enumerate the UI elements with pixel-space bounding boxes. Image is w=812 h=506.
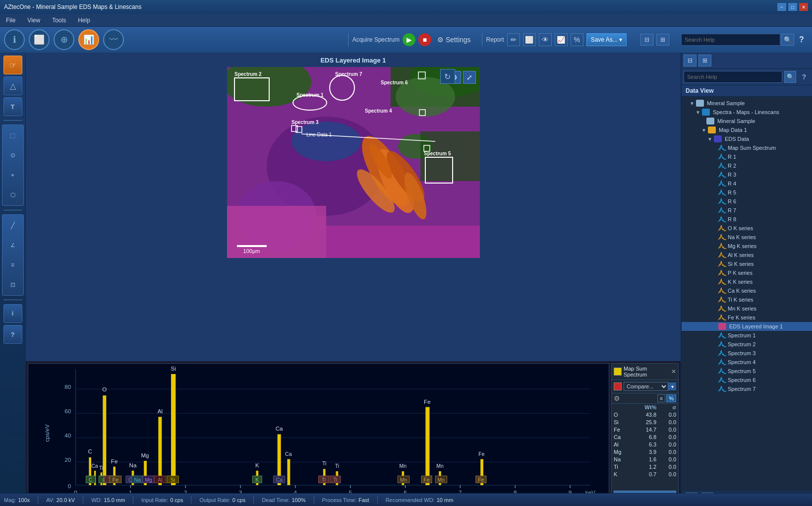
- acquire-stop-button[interactable]: ■: [418, 33, 431, 46]
- close-button[interactable]: ✕: [799, 3, 808, 11]
- tree-item[interactable]: Spectrum 1: [682, 331, 812, 340]
- tree-item[interactable]: ▼Mineral Sample: [682, 99, 812, 108]
- element-col-header: [612, 404, 632, 411]
- measure-line-button[interactable]: ╱: [3, 216, 22, 235]
- info-button[interactable]: i: [3, 304, 22, 323]
- panel-toggle-button[interactable]: ⊟: [640, 34, 653, 46]
- panel-grid-button[interactable]: ⊟: [684, 55, 696, 66]
- nav-linescans-button[interactable]: 〰: [103, 29, 124, 50]
- close-spectrum-button[interactable]: ✕: [671, 368, 676, 375]
- measure-angle-button[interactable]: ∠: [3, 236, 22, 254]
- search-button[interactable]: 🔍: [781, 34, 794, 46]
- refresh-button[interactable]: ↻: [440, 69, 455, 84]
- report-edit-button[interactable]: ✏: [507, 33, 520, 46]
- tree-item[interactable]: EDS Layered Image 1: [682, 322, 812, 331]
- poly-select-button[interactable]: ⬡: [3, 186, 22, 204]
- compare-dropdown-button[interactable]: ▾: [668, 382, 676, 390]
- freeform-select-button[interactable]: ⌖: [3, 166, 22, 185]
- svg-text:Ti: Ti: [99, 465, 103, 471]
- tree-view[interactable]: ▼Mineral Sample▼Spectra - Maps - Linesca…: [682, 97, 812, 490]
- tree-item[interactable]: Mg K series: [682, 242, 812, 251]
- menu-tools[interactable]: Tools: [50, 16, 68, 25]
- toolbar-divider-2: [3, 210, 22, 210]
- spectrum-icon: [718, 368, 726, 375]
- tree-item[interactable]: Spectrum 6: [682, 376, 812, 384]
- tree-item[interactable]: K K series: [682, 277, 812, 286]
- element-cell: Al: [612, 441, 632, 448]
- percent-view-button[interactable]: %: [666, 394, 676, 402]
- settings-button[interactable]: ⚙ Settings: [434, 35, 474, 45]
- eds-image-container[interactable]: Spectrum 2 Spectrum 7 Spectrum 6 Spectru…: [227, 67, 480, 258]
- svg-text:Ca: Ca: [91, 463, 98, 469]
- panel-toolbar: ⊟ ⊞: [682, 53, 812, 69]
- tree-item[interactable]: R 4: [682, 179, 812, 188]
- tree-item[interactable]: Ti K series: [682, 295, 812, 304]
- tree-item[interactable]: Si K series: [682, 259, 812, 268]
- panel-split-btn[interactable]: ⊞: [698, 55, 711, 66]
- rect-select-button[interactable]: ⬚: [3, 126, 22, 145]
- acquire-start-button[interactable]: ▶: [403, 33, 415, 46]
- nav-chart-button[interactable]: 📊: [78, 29, 99, 50]
- nav-info-button[interactable]: ℹ: [4, 29, 25, 50]
- tree-item[interactable]: Mineral Sample: [682, 117, 812, 126]
- compare-select[interactable]: Compare...: [624, 382, 668, 391]
- tree-item[interactable]: Spectrum 5: [682, 367, 812, 376]
- tree-item[interactable]: ▼Spectra - Maps - Linescans: [682, 108, 812, 117]
- text-tool-button[interactable]: T: [3, 97, 22, 116]
- tree-item[interactable]: R 6: [682, 197, 812, 206]
- table-row: Ca 6.8 0.0: [612, 434, 678, 441]
- linescan-button[interactable]: ≡: [3, 255, 22, 274]
- scale-label: 100μm: [243, 248, 260, 254]
- tree-item[interactable]: P K series: [682, 268, 812, 277]
- svg-text:Mg: Mg: [141, 452, 149, 458]
- nav-display-button[interactable]: ⬜: [29, 29, 50, 50]
- tree-item[interactable]: Mn K series: [682, 304, 812, 313]
- help-question-button[interactable]: ?: [795, 34, 808, 46]
- tree-item[interactable]: Na K series: [682, 233, 812, 242]
- arrow-tool-button[interactable]: △: [3, 76, 22, 95]
- tree-item[interactable]: Ca K series: [682, 286, 812, 295]
- panel-search-button[interactable]: 🔍: [784, 71, 796, 83]
- tree-item[interactable]: R 8: [682, 215, 812, 224]
- tree-item[interactable]: Map Sum Spectrum: [682, 143, 812, 152]
- report-view-button[interactable]: 👁: [539, 33, 552, 46]
- roi-button[interactable]: ⊡: [3, 275, 22, 294]
- list-view-button[interactable]: ≡: [657, 394, 665, 402]
- cursor-tool-button[interactable]: ☞: [3, 56, 22, 74]
- question-button[interactable]: ?: [3, 325, 22, 344]
- panel-help-button[interactable]: ?: [798, 71, 810, 83]
- chart-gear-icon[interactable]: ⚙: [614, 394, 620, 402]
- image-expand-button[interactable]: ⤢: [463, 71, 476, 84]
- report-frame-button[interactable]: ⬜: [523, 33, 536, 46]
- menu-file[interactable]: File: [4, 16, 17, 25]
- maximize-button[interactable]: □: [788, 3, 797, 11]
- tree-arrow: ▼: [707, 136, 712, 142]
- svg-text:Al: Al: [158, 408, 163, 414]
- tree-item[interactable]: Al K series: [682, 251, 812, 259]
- tree-item[interactable]: R 5: [682, 188, 812, 197]
- nav-layers-button[interactable]: ⊕: [54, 29, 74, 50]
- tree-item[interactable]: R 2: [682, 161, 812, 170]
- save-as-button[interactable]: Save As... ▾: [586, 33, 627, 46]
- tree-item[interactable]: R 7: [682, 206, 812, 215]
- menu-help[interactable]: Help: [76, 16, 92, 25]
- tree-item[interactable]: R 3: [682, 170, 812, 179]
- search-help-input[interactable]: [681, 34, 780, 46]
- minimize-button[interactable]: −: [777, 3, 786, 11]
- tree-item[interactable]: Spectrum 4: [682, 358, 812, 367]
- tree-item[interactable]: Spectrum 7: [682, 384, 812, 393]
- tree-item[interactable]: O K series: [682, 224, 812, 233]
- tree-item[interactable]: ▼Map Data 1: [682, 126, 812, 134]
- menu-view[interactable]: View: [25, 16, 42, 25]
- tree-item[interactable]: R 1: [682, 152, 812, 161]
- circle-select-button[interactable]: ⊙: [3, 146, 22, 165]
- report-pct-button[interactable]: %: [571, 33, 583, 46]
- tree-item[interactable]: ▼EDS Data: [682, 134, 812, 143]
- panel-split-button[interactable]: ⊞: [656, 34, 669, 46]
- report-chart-button[interactable]: 📈: [555, 33, 568, 46]
- tree-item[interactable]: Spectrum 3: [682, 349, 812, 358]
- search-input[interactable]: [684, 71, 782, 83]
- sigma-col-header: σ: [658, 404, 678, 411]
- tree-item[interactable]: Fe K series: [682, 313, 812, 322]
- tree-item[interactable]: Spectrum 2: [682, 340, 812, 349]
